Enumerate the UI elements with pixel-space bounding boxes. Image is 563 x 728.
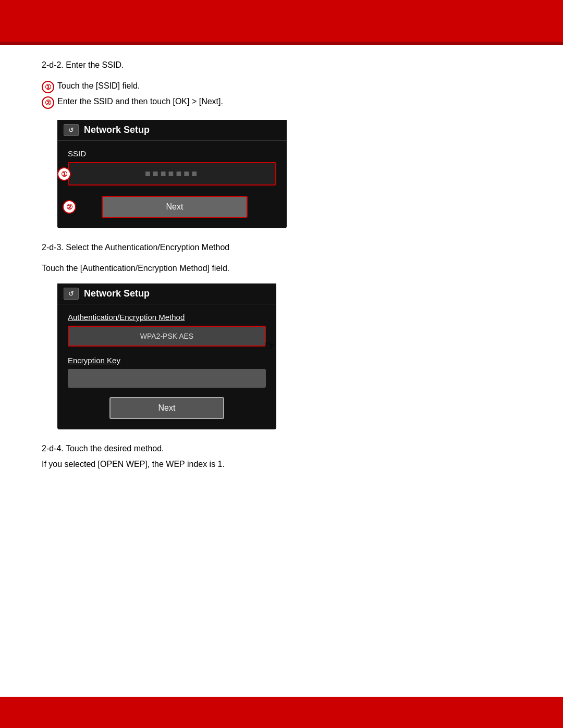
ssid-label: SSID bbox=[68, 149, 276, 158]
next-btn-wrapper-1: ② Next bbox=[73, 196, 276, 218]
section1-title: 2-d-2. Enter the SSID. bbox=[42, 60, 521, 70]
footer-bar bbox=[0, 697, 563, 728]
next-button-2[interactable]: Next bbox=[109, 397, 224, 419]
section2-title: 2-d-3. Select the Authentication/Encrypt… bbox=[42, 243, 521, 252]
step1-line: ① Touch the [SSID] field. bbox=[42, 81, 521, 94]
screen1-body: SSID ① ■■■■■■■ ② Next bbox=[57, 141, 287, 228]
auth-input[interactable]: WPA2-PSK AES bbox=[68, 326, 266, 347]
step1-text: Touch the [SSID] field. bbox=[57, 81, 140, 91]
step2-text: Enter the SSID and then touch [OK] > [Ne… bbox=[57, 97, 223, 106]
header-bar bbox=[0, 0, 563, 42]
overlay-circle-2: ② bbox=[63, 200, 76, 214]
cursor-hand-icon: ☞ bbox=[264, 338, 276, 354]
auth-value: WPA2-PSK AES bbox=[140, 332, 193, 340]
section3-line2: If you selected [OPEN WEP], the WEP inde… bbox=[42, 460, 521, 469]
enc-label: Encryption Key bbox=[68, 356, 266, 365]
circle-2: ② bbox=[42, 96, 54, 109]
enc-input-wrapper bbox=[68, 369, 266, 388]
enc-input[interactable] bbox=[68, 369, 266, 388]
main-content: 2-d-2. Enter the SSID. ① Touch the [SSID… bbox=[0, 45, 563, 697]
section1-steps: ① Touch the [SSID] field. ② Enter the SS… bbox=[42, 81, 521, 109]
section2-subtitle: Touch the [Authentication/Encryption Met… bbox=[42, 264, 521, 273]
screen1-title: Network Setup bbox=[84, 125, 150, 135]
device-screen-1: ↺ Network Setup SSID ① ■■■■■■■ ② Next bbox=[57, 120, 287, 228]
screen1-header: ↺ Network Setup bbox=[57, 120, 287, 141]
ssid-input[interactable]: ■■■■■■■ bbox=[68, 162, 276, 186]
back-icon-1: ↺ bbox=[68, 126, 74, 134]
step2-line: ② Enter the SSID and then touch [OK] > [… bbox=[42, 97, 521, 109]
screen2-title: Network Setup bbox=[84, 288, 150, 299]
back-button-1[interactable]: ↺ bbox=[64, 124, 79, 136]
auth-input-wrapper: WPA2-PSK AES ☞ bbox=[68, 326, 266, 347]
overlay-circle-1: ① bbox=[57, 167, 71, 181]
ssid-dots: ■■■■■■■ bbox=[145, 168, 199, 179]
next-button-1[interactable]: Next bbox=[102, 196, 248, 218]
section3-line1: 2-d-4. Touch the desired method. bbox=[42, 444, 521, 453]
auth-label: Authentication/Encryption Method bbox=[68, 313, 266, 322]
back-icon-2: ↺ bbox=[68, 290, 74, 298]
ssid-input-wrapper: ① ■■■■■■■ bbox=[68, 162, 276, 186]
screen2-header: ↺ Network Setup bbox=[57, 283, 276, 304]
next-btn-wrapper-2: Next bbox=[68, 397, 266, 419]
circle-1: ① bbox=[42, 81, 54, 93]
back-button-2[interactable]: ↺ bbox=[64, 288, 79, 300]
device-screen-2: ↺ Network Setup Authentication/Encryptio… bbox=[57, 283, 276, 429]
screen2-body: Authentication/Encryption Method WPA2-PS… bbox=[57, 304, 276, 429]
